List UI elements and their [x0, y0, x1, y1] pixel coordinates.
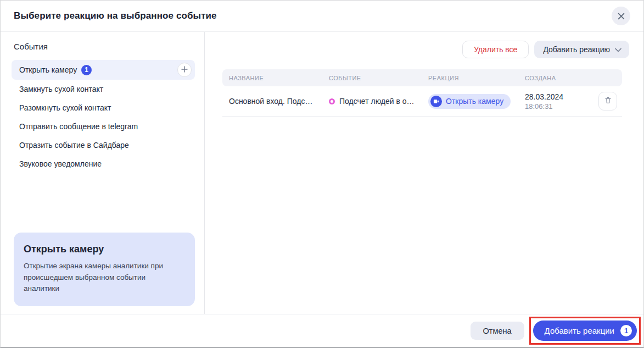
column-header-name: НАЗВАНИЕ — [229, 75, 329, 81]
sidebar-item-label: Отправить сообщение в telegram — [19, 122, 138, 131]
dialog-title: Выберите реакцию на выбранное событие — [14, 10, 217, 21]
add-reactions-button-label: Добавить реакции — [545, 326, 614, 335]
table-row: Основной вход. Подс… Подсчет людей в о… … — [222, 86, 622, 117]
sidebar-item-send-telegram[interactable]: Отправить сообщение в telegram — [12, 117, 195, 136]
sidebar-title: События — [1, 42, 204, 51]
sidebar-item-close-dry-contact[interactable]: Замкнуть сухой контакт — [12, 80, 195, 98]
sidebar-item-label: Открыть камеру — [19, 65, 77, 74]
sidebar-item-label: Разомкнуть сухой контакт — [19, 103, 111, 112]
column-header-reaction: РЕАКЦИЯ — [428, 75, 525, 81]
add-event-button[interactable] — [177, 63, 192, 77]
reactions-panel: Удалить все Добавить реакцию НАЗВАНИЕ СО… — [205, 32, 643, 314]
cell-reaction: Открыть камеру — [428, 94, 525, 109]
delete-row-button[interactable] — [598, 92, 617, 111]
dialog-header: Выберите реакцию на выбранное событие — [1, 1, 643, 32]
trash-icon — [604, 96, 612, 106]
info-card-title: Открыть камеру — [24, 244, 184, 255]
sidebar-item-label: Звуковое уведомление — [19, 159, 102, 168]
column-header-created: СОЗДАНА — [525, 75, 598, 81]
toolbar: Удалить все Добавить реакцию — [222, 41, 629, 58]
count-badge: 1 — [81, 65, 92, 75]
cell-event: Подсчет людей в о… — [329, 97, 428, 106]
plus-icon — [181, 66, 188, 74]
event-type-icon — [329, 98, 335, 104]
sidebar-item-open-dry-contact[interactable]: Разомкнуть сухой контакт — [12, 98, 195, 117]
cell-actions — [598, 92, 622, 111]
reactions-table: НАЗВАНИЕ СОБЫТИЕ РЕАКЦИЯ СОЗДАНА Основно… — [222, 69, 622, 117]
sidebar-item-label: Отразить событие в Сайдбаре — [19, 141, 129, 150]
event-info-card: Открыть камеру Открытие экрана камеры ан… — [14, 233, 195, 306]
column-header-event: СОБЫТИЕ — [329, 75, 428, 81]
created-time: 18:06:31 — [525, 102, 598, 111]
delete-all-button[interactable]: Удалить все — [462, 41, 529, 58]
camera-icon — [430, 96, 442, 107]
sidebar-item-open-camera[interactable]: Открыть камеру 1 — [12, 60, 195, 80]
sidebar-item-show-in-sidebar[interactable]: Отразить событие в Сайдбаре — [12, 136, 195, 154]
close-button[interactable] — [612, 7, 630, 25]
event-label: Подсчет людей в о… — [339, 97, 415, 106]
add-reactions-button[interactable]: Добавить реакции 1 — [533, 321, 637, 341]
add-reaction-dropdown[interactable]: Добавить реакцию — [534, 41, 629, 58]
event-list: Открыть камеру 1 Замкнуть сухой контакт … — [12, 60, 195, 173]
sidebar-item-sound-notification[interactable]: Звуковое уведомление — [12, 154, 195, 173]
submit-count-badge: 1 — [620, 325, 632, 336]
close-icon — [618, 13, 625, 20]
cell-created: 28.03.2024 18:06:31 — [525, 92, 598, 111]
table-header-row: НАЗВАНИЕ СОБЫТИЕ РЕАКЦИЯ СОЗДАНА — [222, 69, 622, 86]
dialog-footer: Отмена Добавить реакции 1 — [1, 314, 643, 347]
reaction-dialog: Выберите реакцию на выбранное событие Со… — [0, 0, 644, 348]
sidebar-item-label: Замкнуть сухой контакт — [19, 85, 103, 93]
events-sidebar: События Открыть камеру 1 Замкнуть сухой … — [1, 32, 205, 314]
cancel-button[interactable]: Отмена — [471, 322, 524, 340]
reaction-badge-label: Открыть камеру — [446, 97, 503, 106]
chevron-down-icon — [615, 45, 621, 54]
info-card-description: Открытие экрана камеры аналитики при про… — [24, 261, 183, 294]
cell-name: Основной вход. Подс… — [229, 97, 329, 106]
reaction-badge: Открыть камеру — [428, 94, 511, 109]
annotation-highlight: Добавить реакции 1 — [529, 317, 641, 345]
created-date: 28.03.2024 — [525, 92, 598, 101]
add-reaction-dropdown-label: Добавить реакцию — [543, 45, 610, 54]
